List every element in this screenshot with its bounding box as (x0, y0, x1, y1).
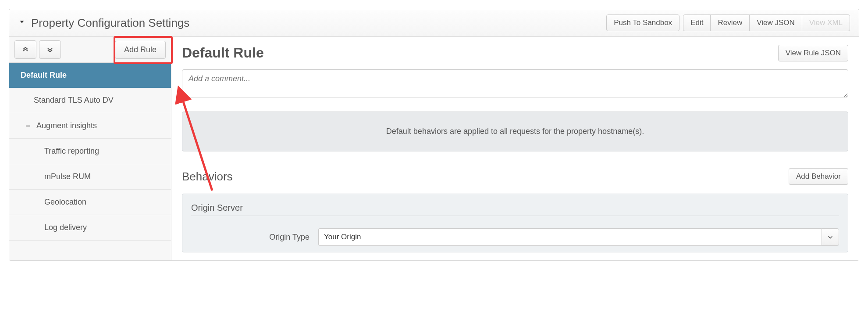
behavior-card-origin-server: Origin Server Origin Type (182, 194, 848, 252)
push-to-sandbox-button[interactable]: Push To Sandbox (606, 14, 679, 31)
comment-input[interactable] (182, 69, 848, 97)
sidebar-item-geolocation[interactable]: Geolocation (9, 190, 171, 215)
expand-toggle-icon[interactable]: – (26, 121, 32, 130)
sidebar-item-label: Log delivery (44, 223, 87, 232)
rule-sidebar: Add Rule Default RuleStandard TLS Auto D… (9, 37, 171, 260)
sidebar-item-mpulse-rum[interactable]: mPulse RUM (9, 164, 171, 190)
header-buttons: Push To Sandbox Edit Review View JSON Vi… (606, 14, 850, 31)
behavior-card-title: Origin Server (191, 203, 839, 216)
panel-title: Property Configuration Settings (31, 16, 189, 30)
sidebar-item-label: Geolocation (44, 198, 86, 207)
behaviors-section-title: Behaviors (182, 170, 233, 183)
view-rule-json-button[interactable]: View Rule JSON (778, 45, 848, 61)
sidebar-item-log-delivery[interactable]: Log delivery (9, 215, 171, 241)
chevrons-down-icon (46, 46, 53, 53)
sidebar-item-label: mPulse RUM (44, 172, 91, 181)
info-banner: Default behaviors are applied to all req… (182, 112, 848, 151)
rule-title: Default Rule (182, 45, 264, 61)
sidebar-item-augment-insights[interactable]: –Augment insights (9, 113, 171, 139)
view-json-button[interactable]: View JSON (749, 14, 802, 31)
review-button[interactable]: Review (710, 14, 750, 31)
edit-button[interactable]: Edit (683, 14, 711, 31)
expand-all-button[interactable] (39, 40, 61, 59)
sidebar-item-label: Augment insights (36, 121, 97, 130)
rule-list: Default RuleStandard TLS Auto DV–Augment… (9, 62, 171, 241)
sidebar-item-label: Default Rule (21, 71, 67, 80)
rule-main: Default Rule View Rule JSON Default beha… (171, 37, 859, 260)
collapse-all-button[interactable] (14, 40, 36, 59)
sidebar-item-label: Standard TLS Auto DV (34, 96, 114, 105)
chevron-down-icon[interactable] (822, 228, 839, 246)
panel-header: Property Configuration Settings Push To … (9, 9, 859, 37)
sidebar-item-standard-tls-auto-dv[interactable]: Standard TLS Auto DV (9, 88, 171, 113)
chevrons-up-icon (22, 46, 29, 53)
form-row-origin-type: Origin Type (191, 227, 839, 248)
panel-body: Add Rule Default RuleStandard TLS Auto D… (9, 37, 859, 260)
origin-type-select[interactable] (318, 228, 839, 246)
config-panel: Property Configuration Settings Push To … (9, 9, 859, 261)
view-xml-button: View XML (802, 14, 850, 31)
sidebar-item-default-rule[interactable]: Default Rule (9, 63, 171, 88)
header-button-group: Edit Review View JSON View XML (683, 14, 850, 31)
origin-type-value[interactable] (318, 228, 822, 246)
sidebar-item-traffic-reporting[interactable]: Traffic reporting (9, 139, 171, 164)
rule-header-row: Default Rule View Rule JSON (182, 45, 848, 61)
sidebar-item-label: Traffic reporting (44, 147, 99, 156)
add-behavior-button[interactable]: Add Behavior (789, 168, 848, 185)
behaviors-header: Behaviors Add Behavior (182, 168, 848, 185)
collapse-toggle-icon[interactable] (18, 18, 26, 28)
origin-type-label: Origin Type (191, 233, 309, 242)
sidebar-toolbar: Add Rule (9, 37, 171, 62)
add-rule-button[interactable]: Add Rule (115, 41, 166, 59)
